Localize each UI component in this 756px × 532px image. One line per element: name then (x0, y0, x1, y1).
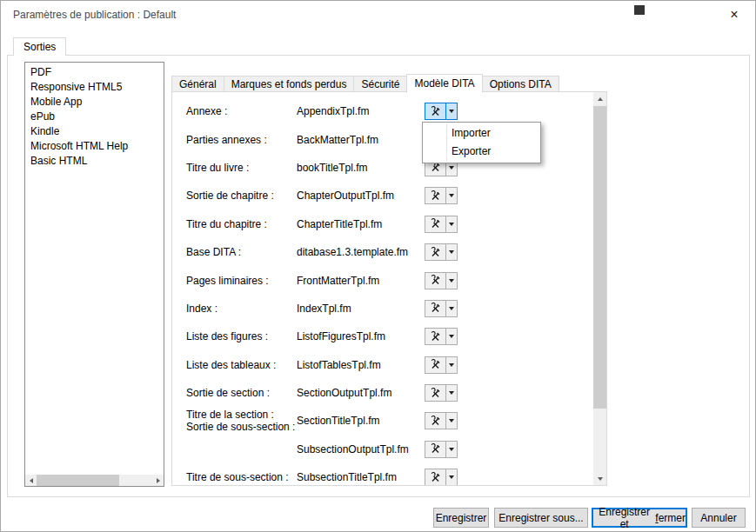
scroll-up-button[interactable] (593, 92, 606, 105)
form-row: Index : IndexTpl.fm (172, 295, 593, 323)
tab-sorties[interactable]: Sorties (13, 37, 66, 56)
list-item-kindle[interactable]: Kindle (25, 124, 164, 139)
dropdown-arrow-icon[interactable] (446, 244, 457, 260)
dropdown-arrow-icon[interactable] (446, 357, 457, 373)
form-row: SubsectionOutputTpl.fm (172, 436, 593, 463)
form-row: Base DITA : ditabase1.3.template.fm (172, 238, 593, 266)
form-row: Titre de sous-section : SubsectionTitleT… (172, 463, 593, 485)
field-label: Sortie de section : (186, 387, 297, 399)
template-tools-button[interactable] (425, 216, 458, 233)
field-label-line2: Sortie de sous-section : (186, 421, 297, 433)
tools-icon (425, 413, 446, 429)
scroll-right-button[interactable] (152, 475, 164, 486)
tools-icon (425, 103, 446, 119)
list-item-epub[interactable]: ePub (25, 110, 164, 124)
menu-item-importer[interactable]: Importer (423, 124, 540, 143)
dropdown-arrow-icon[interactable] (446, 413, 457, 429)
scroll-up-icon (598, 97, 603, 101)
dita-tab-strip: Général Marques et fonds perdus Sécurité… (171, 73, 559, 92)
form-row: Sortie de chapitre : ChapterOutputTpl.fm (172, 182, 593, 209)
template-tools-button[interactable] (425, 384, 458, 402)
tab-options-dita[interactable]: Options DITA (482, 76, 559, 92)
tools-icon (425, 244, 446, 260)
dropdown-arrow-icon[interactable] (446, 442, 457, 457)
tools-icon (425, 329, 446, 344)
form-row: Pages liminaires : FrontMatterTpl.fm (172, 266, 593, 294)
scroll-left-icon (30, 478, 33, 483)
save-and-close-button[interactable]: Enregistrer et fermer (592, 508, 687, 528)
tools-icon (425, 469, 446, 485)
scroll-right-icon (157, 478, 160, 483)
vscroll-thumb[interactable] (593, 106, 606, 409)
tab-marques-et-fonds-perdus[interactable]: Marques et fonds perdus (224, 76, 355, 92)
template-tools-button[interactable] (425, 469, 458, 485)
save-button[interactable]: Enregistrer (433, 508, 489, 528)
list-item-responsive-html5[interactable]: Responsive HTML5 (25, 80, 164, 95)
field-label: Titre du chapitre : (186, 218, 297, 230)
tools-icon (425, 301, 446, 316)
field-label-line1: Titre de la section : (186, 409, 297, 421)
field-label: Pages liminaires : (186, 275, 297, 287)
list-item-basic-html[interactable]: Basic HTML (25, 154, 164, 169)
tab-marques-label: Marques et fonds perdus (231, 78, 347, 90)
dropdown-arrow-icon[interactable] (446, 103, 457, 119)
save-as-button[interactable]: Enregistrer sous... (494, 508, 588, 528)
dropdown-arrow-icon[interactable] (446, 385, 457, 401)
modele-dita-panel: Annexe : AppendixTpl.fm Parties annexes … (171, 91, 607, 486)
template-tools-button[interactable] (425, 187, 458, 204)
template-tools-button[interactable] (425, 412, 458, 429)
tab-options-dita-label: Options DITA (490, 78, 552, 90)
scroll-down-icon (598, 477, 603, 481)
tab-modele-dita[interactable]: Modèle DITA (406, 74, 482, 93)
form-row: Sortie de section : SectionOutputTpl.fm (172, 379, 593, 407)
dropdown-arrow-icon[interactable] (446, 216, 457, 232)
tab-modele-dita-label: Modèle DITA (414, 77, 474, 90)
tab-general[interactable]: Général (171, 76, 224, 92)
field-label: Annexe : (186, 105, 297, 117)
close-icon[interactable]: × (717, 1, 752, 29)
field-label: Parties annexes : (186, 134, 297, 146)
field-label: Sortie de chapitre : (186, 190, 297, 202)
template-tools-button[interactable] (425, 300, 458, 317)
field-label: Liste des figures : (186, 330, 297, 342)
form-vscrollbar[interactable] (593, 92, 606, 485)
dropdown-arrow-icon[interactable] (446, 301, 457, 316)
template-tools-button[interactable] (425, 441, 458, 458)
tools-icon (425, 357, 446, 373)
template-tools-button[interactable] (425, 272, 458, 289)
tab-sorties-label: Sorties (23, 41, 56, 53)
field-label: Index : (186, 303, 297, 315)
template-tools-button[interactable] (425, 103, 458, 120)
hscroll-track[interactable] (37, 475, 152, 486)
titlebar-icon (634, 5, 645, 15)
scroll-down-button[interactable] (593, 472, 606, 485)
save-and-close-label-pre: Enregistrer et (593, 506, 655, 530)
output-format-list: PDF Responsive HTML5 Mobile App ePub Kin… (24, 62, 164, 487)
template-tools-button[interactable] (425, 356, 458, 374)
field-label: Base DITA : (186, 246, 297, 258)
list-hscrollbar[interactable] (25, 475, 164, 486)
cancel-button[interactable]: Annuler (692, 508, 746, 528)
tab-general-label: Général (179, 78, 217, 90)
scroll-left-button[interactable] (25, 475, 37, 486)
dropdown-arrow-icon[interactable] (446, 273, 457, 289)
tools-context-menu: Importer Exporter (422, 122, 541, 163)
list-item-microsoft-html-help[interactable]: Microsoft HTML Help (25, 139, 164, 154)
tools-icon (425, 216, 446, 232)
list-item-pdf[interactable]: PDF (25, 65, 164, 80)
tab-securite-label: Sécurité (361, 78, 399, 90)
tab-securite[interactable]: Sécurité (353, 76, 407, 92)
dropdown-arrow-icon[interactable] (446, 329, 457, 344)
hscroll-thumb[interactable] (37, 475, 119, 486)
dropdown-arrow-icon[interactable] (446, 188, 457, 203)
tools-icon (425, 273, 446, 289)
menu-item-exporter[interactable]: Exporter (423, 143, 540, 161)
form-row: Titre de la section : Sortie de sous-sec… (172, 407, 593, 435)
list-item-mobile-app[interactable]: Mobile App (25, 95, 164, 110)
template-tools-button[interactable] (425, 243, 458, 261)
template-tools-button[interactable] (425, 328, 458, 345)
field-label: Titre de sous-section : (186, 471, 297, 483)
tools-icon (425, 442, 446, 457)
form-row: Titre du chapitre : ChapterTitleTpl.fm (172, 210, 593, 238)
dropdown-arrow-icon[interactable] (446, 469, 457, 485)
